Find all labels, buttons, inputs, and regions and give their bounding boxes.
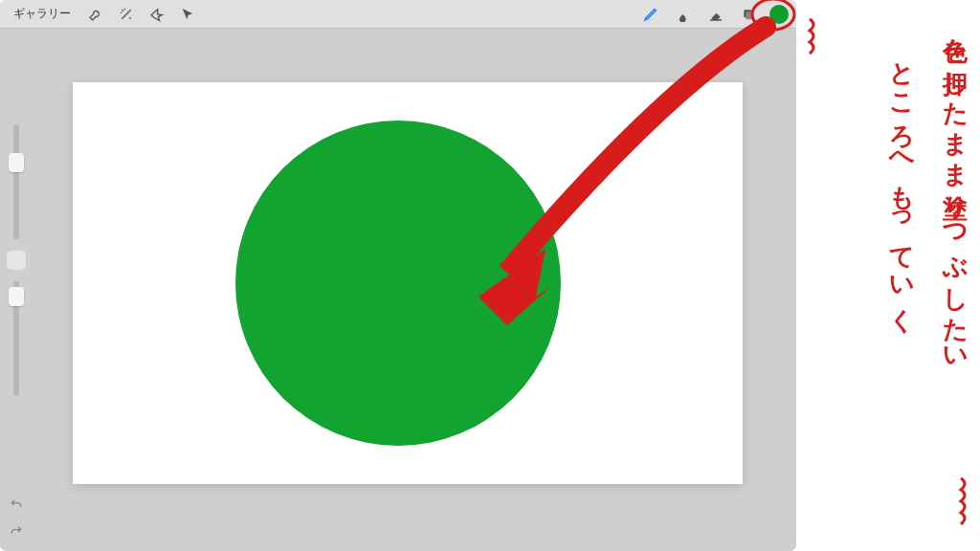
toolbar: ギャラリー — [0, 0, 796, 29]
bracket-squiggle-bottom — [961, 478, 965, 524]
redo-icon[interactable] — [6, 520, 27, 541]
toolbar-left: ギャラリー — [8, 3, 199, 26]
canvas-circle-shape — [235, 121, 561, 446]
wrench-icon[interactable] — [84, 3, 107, 26]
cursor-icon[interactable] — [176, 3, 199, 26]
annotation-text-line2: ところへもっていく — [885, 46, 919, 321]
svg-rect-1 — [746, 11, 753, 19]
smudge-icon[interactable] — [672, 3, 695, 26]
left-sidebar — [6, 124, 27, 396]
canvas[interactable] — [73, 82, 743, 484]
opacity-slider[interactable] — [13, 281, 19, 396]
modifier-button[interactable] — [7, 251, 26, 270]
wand-icon[interactable] — [115, 3, 138, 26]
brush-size-thumb[interactable] — [9, 153, 24, 172]
selection-icon[interactable] — [145, 3, 168, 26]
undo-icon[interactable] — [6, 494, 27, 515]
pencil-icon[interactable] — [639, 3, 662, 26]
toolbar-right — [639, 3, 789, 26]
annotation-text-line1: 色を押したまま塗りつぶしたい — [939, 19, 972, 362]
eraser-icon[interactable] — [704, 3, 727, 26]
undo-redo-group — [6, 494, 27, 541]
app-window: ギャラリー — [0, 0, 796, 551]
opacity-thumb[interactable] — [9, 287, 24, 306]
gallery-button[interactable]: ギャラリー — [8, 4, 77, 24]
layers-icon[interactable] — [737, 3, 760, 26]
brush-size-slider[interactable] — [13, 124, 19, 239]
color-swatch[interactable] — [769, 5, 789, 24]
bracket-squiggle-top — [810, 19, 813, 54]
